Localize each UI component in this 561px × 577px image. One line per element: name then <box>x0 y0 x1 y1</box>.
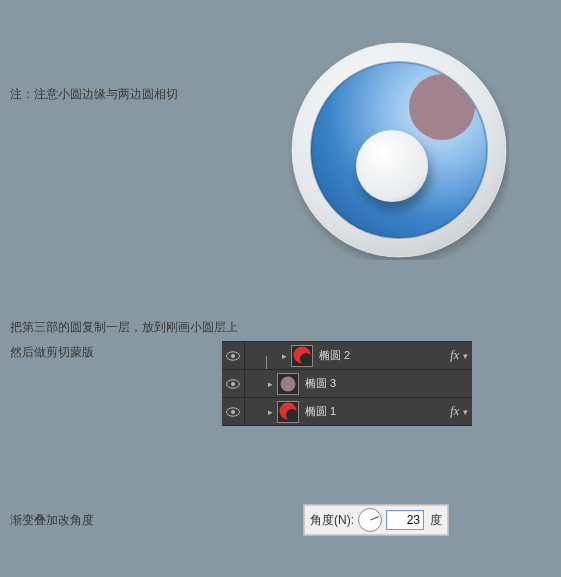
layer-thumbnail[interactable] <box>291 345 313 367</box>
svg-point-13 <box>231 382 235 386</box>
layer-thumbnail[interactable] <box>277 401 299 423</box>
angle-input[interactable] <box>386 510 424 530</box>
visibility-toggle[interactable] <box>222 342 245 369</box>
layers-panel: ▸ 椭圆 2 fx ▾ ▸ 椭圆 3 ▸ 椭圆 1 fx ▾ <box>222 341 472 425</box>
preview-graphic <box>289 40 509 263</box>
layer-row[interactable]: ▸ 椭圆 2 fx ▾ <box>222 341 472 370</box>
layer-row[interactable]: ▸ 椭圆 1 fx ▾ <box>222 397 472 426</box>
layer-name[interactable]: 椭圆 2 <box>319 348 450 363</box>
angle-dial[interactable] <box>358 508 382 532</box>
layer-thumbnail[interactable] <box>277 373 299 395</box>
visibility-toggle[interactable] <box>222 370 245 397</box>
expand-arrow-icon[interactable]: ▸ <box>263 379 277 389</box>
annotation-note-top: 注：注意小圆边缘与两边圆相切 <box>10 86 178 103</box>
svg-point-8 <box>231 354 235 358</box>
angle-field-label: 角度(N): <box>310 512 354 529</box>
svg-point-17 <box>231 410 235 414</box>
fx-indicator[interactable]: fx <box>450 348 463 363</box>
visibility-toggle[interactable] <box>222 398 245 425</box>
annotation-angle-label: 渐变叠加改角度 <box>10 512 94 529</box>
fx-indicator[interactable]: fx <box>450 404 463 419</box>
angle-control-panel: 角度(N): 度 <box>303 504 449 536</box>
layer-name[interactable]: 椭圆 1 <box>305 404 450 419</box>
layer-row[interactable]: ▸ 椭圆 3 <box>222 369 472 398</box>
svg-point-11 <box>300 353 312 365</box>
svg-point-15 <box>281 376 296 391</box>
fx-expand-icon[interactable]: ▾ <box>463 407 472 417</box>
angle-unit-label: 度 <box>430 512 442 529</box>
expand-arrow-icon[interactable]: ▸ <box>263 407 277 417</box>
svg-point-5 <box>356 130 428 202</box>
expand-arrow-icon[interactable]: ▸ <box>277 351 291 361</box>
svg-point-20 <box>286 409 298 421</box>
annotation-instruction-1: 把第三部的圆复制一层，放到刚画小圆层上 <box>10 319 238 336</box>
fx-expand-icon[interactable]: ▾ <box>463 351 472 361</box>
layer-name[interactable]: 椭圆 3 <box>305 376 472 391</box>
annotation-instruction-2: 然后做剪切蒙版 <box>10 344 94 361</box>
